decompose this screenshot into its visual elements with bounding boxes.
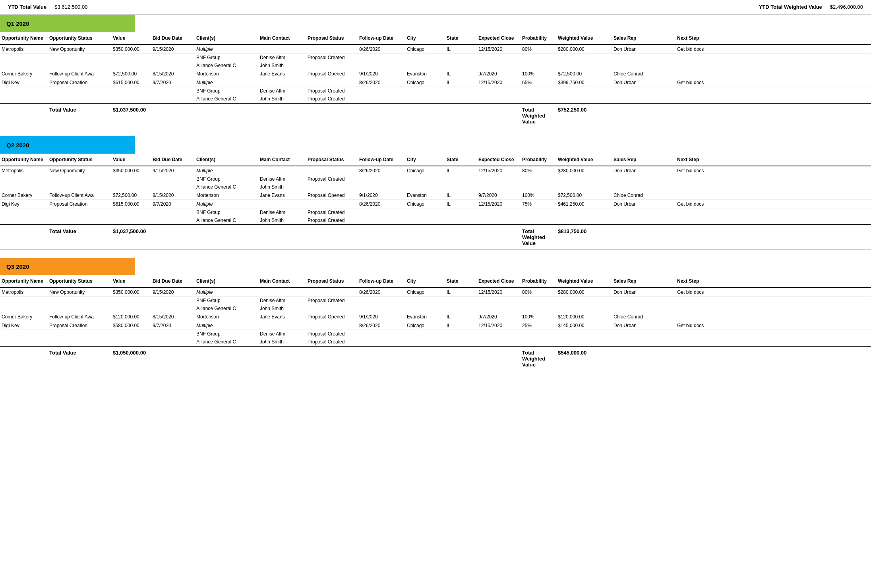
table-cell: Follow-up Client Awa [48,312,111,321]
table-cell [477,54,521,62]
total-cell [151,227,195,247]
table-cell: Metropolis [0,166,48,175]
table-cell: Proposal Opened [306,69,358,78]
total-cell [676,106,723,125]
table-cell [258,166,306,175]
table-sub-row: BNF GroupDenise AltmProposal Created [0,87,871,95]
total-cell: Total Value [48,227,111,247]
column-header: State [445,156,477,163]
total-cell [151,349,195,368]
table-cell: 12/15/2020 [477,200,521,208]
total-cell [445,227,477,247]
table-cell: John Smith [258,216,306,224]
total-cell: $1,050,000.00 [111,349,151,368]
table-cell: Metropolis [0,45,48,53]
table-cell [612,330,676,338]
table-row: Corner BakeryFollow-up Client Awa$72,500… [0,69,871,78]
table-cell [358,95,405,103]
total-cell [306,106,358,125]
table-cell: Metropolis [0,288,48,296]
table-cell: Don Urban [612,78,676,87]
total-cell: $1,037,500.00 [111,227,151,247]
table-cell [612,305,676,312]
table-cell: Evanston [405,191,445,199]
table-cell [676,69,723,78]
ytd-total-label: YTD Total Value [8,4,46,10]
table-cell: 25% [521,321,556,330]
table-cell: Evanston [405,312,445,321]
table-cell [612,54,676,62]
total-cell [676,349,723,368]
table-cell: Mortenson [195,312,258,321]
total-cell [612,227,676,247]
table-cell: Proposal Created [306,95,358,103]
table-cell: BNF Group [195,175,258,183]
table-cell: Mortenson [195,69,258,78]
table-cell [676,62,723,69]
total-cell [0,349,48,368]
table-cell [556,297,612,305]
table-cell: 9/7/2020 [477,312,521,321]
column-header: Next Step [676,156,723,163]
table-cell [151,305,195,312]
table-cell: Proposal Created [306,330,358,338]
table-sub-row: BNF GroupDenise AltmProposal Created [0,330,871,338]
column-header: Follow-up Date [358,278,405,285]
table-cell: John Smith [258,95,306,103]
table-cell: 9/7/2020 [477,69,521,78]
table-cell [556,330,612,338]
table-cell: 8/26/2020 [358,78,405,87]
table-cell [151,338,195,346]
table-sub-row: Alliance General CJohn Smith [0,305,871,312]
table-cell [405,297,445,305]
table-cell [676,54,723,62]
column-header: Value [111,35,151,42]
table-cell [0,330,48,338]
table-cell [358,183,405,191]
table-cell: Proposal Created [306,54,358,62]
table-cell [612,338,676,346]
column-header: City [405,156,445,163]
table-cell: Corner Bakery [0,191,48,199]
table-cell: Alliance General C [195,338,258,346]
table-cell: $461,250.00 [556,200,612,208]
column-header: Opportunity Name [0,278,48,285]
table-cell: 8/26/2020 [358,45,405,53]
table-cell [151,54,195,62]
table-sub-row: Alliance General CJohn SmithProposal Cre… [0,216,871,224]
table-cell [306,200,358,208]
table-cell: Proposal Created [306,208,358,216]
table-cell [445,208,477,216]
table-cell: Get bid docs [676,288,723,296]
table-cell: New Opportunity [48,288,111,296]
column-header: Opportunity Status [48,156,111,163]
table-cell [405,338,445,346]
table-cell: $615,000.00 [111,200,151,208]
column-header: Client(s) [195,278,258,285]
column-header: Proposal Status [306,35,358,42]
table-cell [612,216,676,224]
table-cell: Proposal Creation [48,321,111,330]
column-header: Sales Rep [612,35,676,42]
total-cell: Total Weighted Value [521,106,556,125]
table-cell [306,321,358,330]
column-header: State [445,35,477,42]
table-cell [358,62,405,69]
table-cell: 8/26/2020 [358,288,405,296]
total-cell [151,106,195,125]
table-cell [445,87,477,95]
table-cell: Denise Altm [258,330,306,338]
table-cell [676,183,723,191]
column-header: Opportunity Status [48,35,111,42]
table-cell: Chicago [405,166,445,175]
table-cell: Proposal Creation [48,200,111,208]
table-cell [151,216,195,224]
table-cell [521,330,556,338]
table-cell [477,338,521,346]
table-cell: $615,000.00 [111,78,151,87]
table-cell: Proposal Creation [48,78,111,87]
total-cell [195,106,258,125]
table-cell [48,183,111,191]
table-cell: 12/15/2020 [477,78,521,87]
table-cell [358,297,405,305]
